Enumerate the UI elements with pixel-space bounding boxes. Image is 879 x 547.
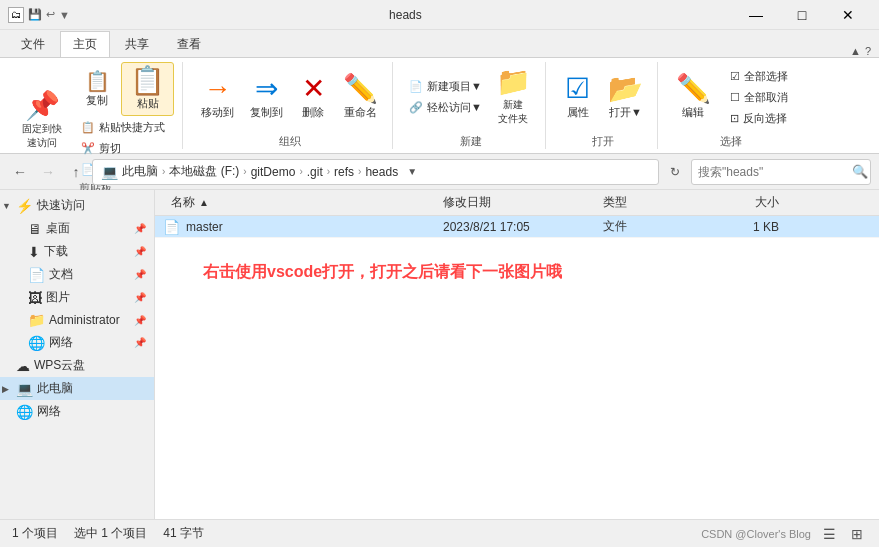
file-type-icon: 📄 bbox=[163, 219, 180, 235]
breadcrumb-git[interactable]: .git bbox=[307, 165, 323, 179]
selected-size: 41 字节 bbox=[163, 525, 204, 542]
pin-icon: 📌 bbox=[25, 92, 60, 120]
col-date[interactable]: 修改日期 bbox=[435, 194, 595, 211]
documents-icon: 📄 bbox=[28, 267, 45, 283]
breadcrumb-drive[interactable]: 本地磁盘 (F:) bbox=[169, 163, 239, 180]
minimize-button[interactable]: — bbox=[733, 0, 779, 30]
breadcrumb-heads[interactable]: heads bbox=[365, 165, 398, 179]
sidebar-item-downloads[interactable]: ⬇ 下载 📌 bbox=[0, 240, 154, 263]
close-button[interactable]: ✕ bbox=[825, 0, 871, 30]
annotation: 右击使用vscode打开，打开之后请看下一张图片哦 bbox=[155, 238, 879, 283]
maximize-button[interactable]: □ bbox=[779, 0, 825, 30]
properties-label: 属性 bbox=[567, 105, 589, 120]
network-pinned-icon: 🌐 bbox=[28, 335, 45, 351]
new-item-button[interactable]: 📄 新建项目▼ bbox=[405, 77, 486, 96]
breadcrumb-thispc[interactable]: 此电脑 bbox=[122, 163, 158, 180]
open-button[interactable]: 📂 打开▼ bbox=[602, 71, 649, 124]
paste-shortcut-button[interactable]: 📋 粘贴快捷方式 bbox=[77, 118, 174, 137]
select-none-label: 全部取消 bbox=[744, 90, 788, 105]
window-title: heads bbox=[78, 8, 733, 22]
tab-view[interactable]: 查看 bbox=[164, 31, 214, 57]
quick-access-save[interactable]: 💾 bbox=[28, 8, 42, 21]
downloads-icon: ⬇ bbox=[28, 244, 40, 260]
table-row[interactable]: 📄 master 2023/8/21 17:05 文件 1 KB bbox=[155, 216, 879, 238]
help-icon[interactable]: ? bbox=[865, 45, 871, 57]
organize-group: → 移动到 ⇒ 复制到 ✕ 删除 ✏️ 重命名 组织 bbox=[187, 62, 393, 149]
move-to-button[interactable]: → 移动到 bbox=[195, 71, 240, 124]
ribbon-collapse[interactable]: ▲ bbox=[850, 45, 861, 57]
watermark: CSDN @Clover's Blog bbox=[701, 528, 811, 540]
sidebar: ▼ ⚡ 快速访问 🖥 桌面 📌 ⬇ 下载 📌 📄 文档 📌 🖼 图片 📌 📁 A… bbox=[0, 190, 155, 519]
cut-button[interactable]: ✂️ 剪切 bbox=[77, 139, 174, 158]
view-tiles-button[interactable]: ⊞ bbox=[847, 524, 867, 544]
rename-button[interactable]: ✏️ 重命名 bbox=[337, 71, 384, 124]
window-icon: 🗂 bbox=[8, 7, 24, 23]
copy-to-button[interactable]: ⇒ 复制到 bbox=[244, 71, 289, 124]
ribbon-content: 📌 固定到快速访问 📋 复制 📋 粘贴 bbox=[0, 58, 879, 154]
thispc-icon: 💻 bbox=[16, 381, 33, 397]
sidebar-item-administrator[interactable]: 📁 Administrator 📌 bbox=[0, 309, 154, 331]
selected-count: 选中 1 个项目 bbox=[74, 525, 147, 542]
quick-access-undo[interactable]: ↩ bbox=[46, 8, 55, 21]
annotation-text: 右击使用vscode打开，打开之后请看下一张图片哦 bbox=[203, 263, 562, 280]
select-all-icon: ☑ bbox=[730, 70, 740, 83]
sidebar-item-network2[interactable]: 🌐 网络 bbox=[0, 400, 154, 423]
tab-home[interactable]: 主页 bbox=[60, 31, 110, 57]
breadcrumb-refs[interactable]: refs bbox=[334, 165, 354, 179]
invert-select-button[interactable]: ⊡ 反向选择 bbox=[726, 109, 792, 128]
file-list-header: 名称 ▲ 修改日期 类型 大小 bbox=[155, 190, 879, 216]
paste-button[interactable]: 📋 粘贴 bbox=[121, 62, 174, 116]
sidebar-item-pictures[interactable]: 🖼 图片 📌 bbox=[0, 286, 154, 309]
refresh-button[interactable]: ↻ bbox=[663, 160, 687, 184]
sidebar-item-quickaccess[interactable]: ▼ ⚡ 快速访问 bbox=[0, 194, 154, 217]
delete-button[interactable]: ✕ 删除 bbox=[293, 71, 333, 124]
col-type[interactable]: 类型 bbox=[595, 194, 715, 211]
title-bar: 🗂 💾 ↩ ▼ heads — □ ✕ bbox=[0, 0, 879, 30]
breadcrumb: 💻 此电脑 › 本地磁盘 (F:) › gitDemo › .git › ref… bbox=[92, 159, 659, 185]
col-size[interactable]: 大小 bbox=[715, 194, 795, 211]
quick-access-menu[interactable]: ▼ bbox=[59, 9, 70, 21]
open-group-content: ☑ 属性 📂 打开▼ bbox=[558, 62, 649, 132]
pictures-icon: 🖼 bbox=[28, 290, 42, 306]
view-details-button[interactable]: ☰ bbox=[819, 524, 839, 544]
file-type-value: 文件 bbox=[603, 219, 627, 233]
search-icon[interactable]: 🔍 bbox=[852, 164, 868, 179]
cut-icon: ✂️ bbox=[81, 142, 95, 155]
sidebar-item-desktop[interactable]: 🖥 桌面 📌 bbox=[0, 217, 154, 240]
sidebar-pictures-label: 图片 bbox=[46, 289, 70, 306]
col-name[interactable]: 名称 ▲ bbox=[155, 194, 435, 211]
sidebar-item-wps[interactable]: ☁ WPS云盘 bbox=[0, 354, 154, 377]
sidebar-wps-label: WPS云盘 bbox=[34, 357, 85, 374]
search-input[interactable] bbox=[698, 165, 848, 179]
expand-icon: ▼ bbox=[2, 201, 11, 211]
back-button[interactable]: ← bbox=[8, 160, 32, 184]
edit-button[interactable]: ✏️ 编辑 bbox=[670, 71, 717, 124]
sidebar-item-thispc[interactable]: ▶ 💻 此电脑 bbox=[0, 377, 154, 400]
forward-button[interactable]: → bbox=[36, 160, 60, 184]
paste-shortcut-icon: 📋 bbox=[81, 121, 95, 134]
col-name-label: 名称 bbox=[171, 194, 195, 211]
sidebar-desktop-label: 桌面 bbox=[46, 220, 70, 237]
sep3: › bbox=[299, 166, 302, 177]
easy-access-button[interactable]: 🔗 轻松访问▼ bbox=[405, 98, 486, 117]
file-type: 文件 bbox=[595, 218, 715, 235]
sidebar-item-network-pinned[interactable]: 🌐 网络 📌 bbox=[0, 331, 154, 354]
sidebar-item-documents[interactable]: 📄 文档 📌 bbox=[0, 263, 154, 286]
title-bar-icons: 🗂 💾 ↩ ▼ bbox=[8, 7, 70, 23]
copy-button[interactable]: 📋 复制 bbox=[77, 62, 117, 116]
sidebar-network-pinned-label: 网络 bbox=[49, 334, 73, 351]
new-group: 📄 新建项目▼ 🔗 轻松访问▼ 📁 新建文件夹 新建 bbox=[397, 62, 546, 149]
wps-icon: ☁ bbox=[16, 358, 30, 374]
tab-file[interactable]: 文件 bbox=[8, 31, 58, 57]
properties-button[interactable]: ☑ 属性 bbox=[558, 71, 598, 124]
breadcrumb-gitdemo[interactable]: gitDemo bbox=[251, 165, 296, 179]
tab-share[interactable]: 共享 bbox=[112, 31, 162, 57]
pin-icon-desktop: 📌 bbox=[134, 223, 146, 234]
new-folder-button[interactable]: 📁 新建文件夹 bbox=[490, 64, 537, 130]
breadcrumb-dropdown[interactable]: ▼ bbox=[402, 160, 422, 184]
file-name-cell: 📄 master bbox=[155, 219, 435, 235]
thispc-expand-icon: ▶ bbox=[2, 384, 9, 394]
up-button[interactable]: ↑ bbox=[64, 160, 88, 184]
select-all-button[interactable]: ☑ 全部选择 bbox=[726, 67, 792, 86]
select-none-button[interactable]: ☐ 全部取消 bbox=[726, 88, 792, 107]
